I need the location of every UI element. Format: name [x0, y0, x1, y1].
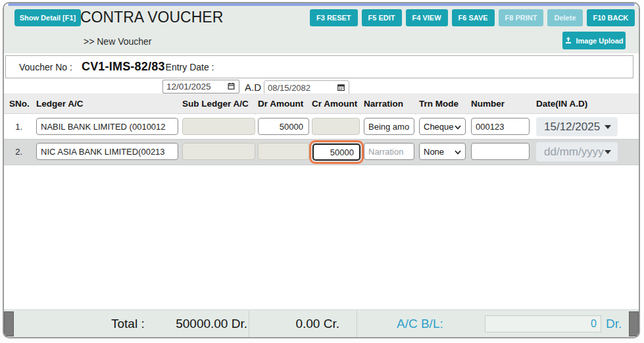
acbl-label: A/C B/L: — [397, 310, 443, 338]
trn-mode-select[interactable]: Cheque — [419, 118, 466, 135]
total-label: Total : — [111, 310, 145, 338]
voucher-no-label: Voucher No : — [19, 62, 72, 72]
table-row: 2. None dd/mm/yyyy — [4, 140, 639, 165]
date-placeholder: dd/mm/yyyy — [544, 145, 604, 159]
ad-label: A.D — [245, 82, 261, 93]
footer-divider — [357, 311, 357, 337]
ledger-input[interactable] — [36, 118, 178, 135]
print-button[interactable]: F8 PRINT — [499, 9, 544, 26]
caret-down-icon — [605, 125, 611, 129]
acbl-value-box: 0 — [485, 315, 601, 332]
voucher-number: CV1-IMS-82/83 — [82, 60, 165, 74]
action-button-row: F3 RESET F5 EDIT F4 VIEW F6 SAVE F8 PRIN… — [310, 9, 635, 26]
upload-icon — [564, 36, 572, 45]
table-header: SNo. Ledger A/C Sub Ledger A/C Dr Amount… — [4, 93, 639, 114]
col-header-narration: Narration — [364, 93, 403, 114]
delete-button[interactable]: Delete — [547, 9, 582, 26]
date-value: 15/12/2025 — [544, 120, 600, 134]
focused-cell-highlight — [309, 140, 364, 164]
col-header-subledger: Sub Ledger A/C — [182, 93, 249, 114]
col-header-ledger: Ledger A/C — [36, 93, 84, 114]
calendar-icon[interactable] — [337, 83, 345, 93]
caret-down-icon — [605, 150, 611, 154]
scrollbar-right-handle[interactable] — [629, 311, 639, 336]
image-upload-label: Image Upload — [576, 37, 623, 45]
table-row: 1. Cheque 15/12/2025 — [4, 115, 639, 140]
date-picker[interactable]: 15/12/2025 — [536, 117, 618, 136]
edit-button[interactable]: F5 EDIT — [362, 9, 402, 26]
col-header-sno: SNo. — [9, 93, 30, 114]
entry-date-label: Entry Date : — [166, 62, 214, 72]
page-title: CONTRA VOUCHER — [80, 9, 223, 26]
view-button[interactable]: F4 VIEW — [406, 9, 448, 26]
number-input[interactable] — [471, 143, 530, 160]
dr-amount-input[interactable] — [258, 118, 309, 135]
entry-date-ad-input[interactable]: 12/01/2025 — [162, 80, 239, 93]
back-button[interactable]: F10 BACK — [587, 9, 635, 26]
footer-divider — [249, 311, 249, 337]
col-header-dr: Dr Amount — [258, 93, 303, 114]
chevron-down-icon — [455, 122, 461, 132]
reset-button[interactable]: F3 RESET — [310, 9, 358, 26]
ledger-input[interactable] — [36, 143, 178, 160]
contra-voucher-window: Show Detail [F1] CONTRA VOUCHER >> New V… — [3, 2, 640, 338]
col-header-cr: Cr Amount — [312, 93, 357, 114]
scrollbar-left-handle[interactable] — [4, 311, 14, 336]
image-upload-button[interactable]: Image Upload — [562, 32, 626, 49]
row-number: 1. — [9, 115, 22, 140]
header-bar: Show Detail [F1] CONTRA VOUCHER >> New V… — [4, 6, 639, 53]
narration-input[interactable] — [364, 118, 414, 135]
dr-amount-input — [258, 143, 309, 160]
narration-input[interactable] — [364, 143, 414, 160]
calendar-icon[interactable] — [227, 82, 235, 92]
save-button[interactable]: F6 SAVE — [452, 9, 495, 26]
trn-mode-value: Cheque — [424, 122, 454, 132]
chevron-down-icon — [455, 147, 461, 157]
date-picker[interactable]: dd/mm/yyyy — [536, 142, 618, 161]
acbl-unit: Dr. — [606, 310, 622, 338]
entry-date-ad-value: 12/01/2025 — [166, 82, 211, 92]
col-header-number: Number — [471, 93, 505, 114]
total-dr-value: 50000.00 Dr. — [155, 310, 247, 338]
number-input[interactable] — [471, 118, 530, 135]
subledger-input — [182, 143, 255, 160]
breadcrumb: >> New Voucher — [84, 36, 152, 47]
total-cr-value: 0.00 Cr. — [277, 310, 339, 338]
cr-amount-input — [312, 118, 360, 135]
col-header-trnmode: Trn Mode — [419, 93, 458, 114]
trn-mode-select[interactable]: None — [419, 143, 466, 160]
totals-bar: Total : 50000.00 Dr. 0.00 Cr. A/C B/L: 0… — [4, 309, 639, 337]
show-detail-button[interactable]: Show Detail [F1] — [14, 9, 81, 26]
acbl-value: 0 — [591, 318, 597, 330]
col-header-date: Date(IN A.D) — [536, 93, 587, 114]
trn-mode-value: None — [424, 147, 444, 157]
voucher-info-box: Voucher No : CV1-IMS-82/83 Entry Date : — [5, 55, 633, 78]
row-number: 2. — [9, 140, 22, 165]
cr-amount-input[interactable] — [312, 144, 360, 161]
entry-date-bs-value: 08/15/2082 — [268, 83, 310, 93]
subledger-input — [182, 118, 255, 135]
